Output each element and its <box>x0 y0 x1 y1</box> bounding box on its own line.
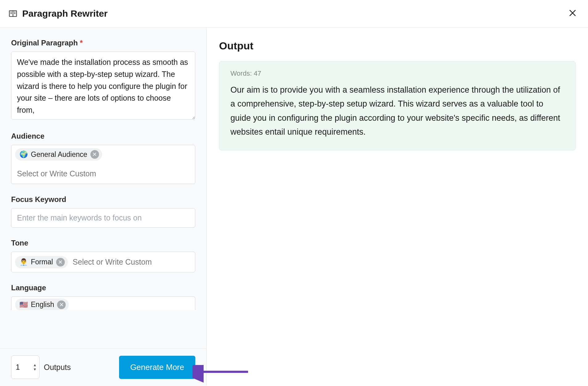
remove-audience-tag[interactable]: ✕ <box>90 150 99 159</box>
tone-tag: 👨‍💼 Formal ✕ <box>15 256 68 268</box>
tone-tag-text: Formal <box>31 258 53 266</box>
audience-input[interactable]: 🌍 General Audience ✕ <box>11 145 195 184</box>
outputs-label: Outputs <box>44 363 71 372</box>
stepper-down-icon[interactable]: ▼ <box>33 367 37 371</box>
focus-keyword-label: Focus Keyword <box>11 195 195 204</box>
close-button[interactable] <box>566 7 579 20</box>
remove-language-tag[interactable]: ✕ <box>57 300 66 309</box>
flag-icon: 🇺🇸 <box>19 301 28 309</box>
language-label: Language <box>11 283 195 292</box>
output-title: Output <box>219 40 576 52</box>
bottom-bar: 1 ▲ ▼ Outputs Generate More <box>0 348 206 386</box>
output-card: Words: 47 Our aim is to provide you with… <box>219 61 576 150</box>
audience-group: Audience 🌍 General Audience ✕ <box>11 132 195 184</box>
tone-input[interactable]: 👨‍💼 Formal ✕ <box>11 252 195 272</box>
header: Paragraph Rewriter <box>0 0 588 27</box>
focus-keyword-input[interactable] <box>11 208 195 228</box>
tone-text-input[interactable] <box>71 255 191 269</box>
generate-more-button[interactable]: Generate More <box>119 356 195 379</box>
stepper-up-icon[interactable]: ▲ <box>33 363 37 367</box>
audience-label: Audience <box>11 132 195 141</box>
language-tag-text: English <box>31 300 54 309</box>
label-text: Original Paragraph <box>11 39 78 47</box>
remove-tone-tag[interactable]: ✕ <box>56 258 65 266</box>
focus-keyword-group: Focus Keyword <box>11 195 195 228</box>
original-paragraph-label: Original Paragraph * <box>11 39 195 47</box>
required-mark: * <box>80 39 83 47</box>
language-group: Language 🇺🇸 English ✕ <box>11 283 195 310</box>
original-paragraph-input[interactable] <box>11 52 195 120</box>
book-icon <box>9 9 17 18</box>
tone-label: Tone <box>11 239 195 247</box>
header-left: Paragraph Rewriter <box>9 8 108 19</box>
close-icon <box>568 9 577 17</box>
globe-icon: 🌍 <box>19 150 28 158</box>
outputs-count-value: 1 <box>16 363 20 371</box>
outputs-count-stepper[interactable]: 1 ▲ ▼ <box>11 355 39 379</box>
audience-tag: 🌍 General Audience ✕ <box>15 148 102 161</box>
language-tag: 🇺🇸 English ✕ <box>15 299 69 310</box>
stepper-arrows: ▲ ▼ <box>33 363 37 371</box>
form-panel: Original Paragraph * Audience 🌍 General … <box>0 27 207 386</box>
page-title: Paragraph Rewriter <box>22 8 108 19</box>
original-paragraph-group: Original Paragraph * <box>11 39 195 121</box>
output-panel: Output Words: 47 Our aim is to provide y… <box>207 27 588 386</box>
audience-tag-text: General Audience <box>31 150 87 159</box>
person-icon: 👨‍💼 <box>19 258 28 266</box>
audience-text-input[interactable] <box>15 164 191 181</box>
output-text: Our aim is to provide you with a seamles… <box>230 83 564 139</box>
tone-group: Tone 👨‍💼 Formal ✕ <box>11 239 195 272</box>
word-count: Words: 47 <box>230 69 564 78</box>
language-input[interactable]: 🇺🇸 English ✕ <box>11 296 195 310</box>
